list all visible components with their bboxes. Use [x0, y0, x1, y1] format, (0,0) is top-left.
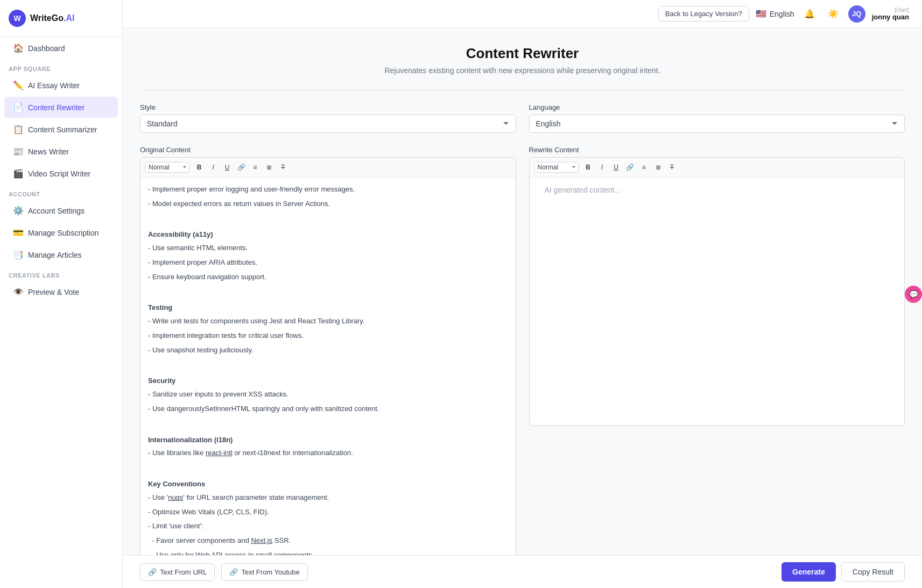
sidebar-item-preview-vote[interactable]: 👁️ Preview & Vote	[4, 281, 118, 302]
language-select[interactable]: English Spanish French German Chinese	[529, 115, 905, 133]
rewrite-icon: 📄	[13, 102, 23, 112]
bottom-right: Generate Copy Result	[782, 562, 905, 582]
account-settings-label: Account Settings	[28, 207, 85, 215]
rewrite-bold-button[interactable]: B	[582, 161, 595, 174]
sidebar-item-manage-subscription[interactable]: 💳 Manage Subscription	[4, 222, 118, 243]
news-writer-label: News Writer	[28, 147, 69, 156]
rewrite-strikethrough-button[interactable]: T	[666, 161, 679, 174]
sidebar-item-content-rewriter[interactable]: 📄 Content Rewriter	[4, 97, 118, 118]
ai-placeholder: AI generated content...	[537, 178, 629, 202]
form-row: Style Standard Academic Business Casual …	[140, 103, 905, 133]
language-group: Language English Spanish French German C…	[529, 103, 905, 133]
content-rewriter-label: Content Rewriter	[28, 103, 85, 112]
text-from-url-button[interactable]: 🔗 Text From URL	[140, 563, 215, 581]
logo: W WriteGo.AI	[0, 0, 122, 37]
text-from-youtube-label: Text From Youtube	[241, 568, 299, 576]
rewrite-unordered-list-button[interactable]: ≣	[652, 161, 665, 174]
main-area: Back to Legacy Version? 🇺🇸 English 🔔 ☀️ …	[123, 0, 922, 588]
language-label: Language	[529, 103, 905, 111]
manage-articles-label: Manage Articles	[28, 251, 82, 259]
account-section: ACCOUNT	[0, 185, 122, 200]
rewrite-ordered-list-button[interactable]: ≡	[638, 161, 651, 174]
text-from-youtube-button[interactable]: 🔗 Text From Youtube	[221, 563, 307, 581]
italic-button[interactable]: I	[207, 161, 220, 174]
summarizer-icon: 📋	[13, 124, 23, 134]
app-square-section: APP SQUARE	[0, 59, 122, 74]
sidebar-item-manage-articles[interactable]: 📑 Manage Articles	[4, 244, 118, 265]
youtube-icon: 🔗	[229, 568, 238, 576]
rewrite-toolbar: Normal Heading 1 Heading 2 Heading 3 B I…	[530, 158, 905, 178]
language-label: English	[770, 10, 794, 18]
style-group: Style Standard Academic Business Casual …	[140, 103, 516, 133]
manage-subscription-label: Manage Subscription	[28, 229, 99, 237]
original-content[interactable]: - Implement proper error logging and use…	[140, 178, 516, 588]
bottom-left: 🔗 Text From URL 🔗 Text From Youtube	[140, 563, 308, 581]
logo-icon: W	[9, 10, 26, 27]
rewrite-heading-select[interactable]: Normal Heading 1 Heading 2 Heading 3	[534, 162, 579, 173]
pen-icon: ✏️	[13, 80, 23, 90]
bold-button[interactable]: B	[193, 161, 206, 174]
divider	[140, 90, 905, 90]
topbar-icons: 🔔 ☀️ JQ [User] jonny quan	[801, 5, 909, 23]
rewrite-link-button[interactable]: 🔗	[624, 161, 637, 174]
editors-row: Original Content Normal Heading 1 Headin…	[140, 146, 905, 588]
generate-button[interactable]: Generate	[782, 562, 836, 582]
original-toolbar: Normal Heading 1 Heading 2 Heading 3 B I…	[140, 158, 516, 178]
notification-button[interactable]: 🔔	[801, 5, 818, 23]
gear-icon: ⚙️	[13, 206, 23, 216]
user-info: [User] jonny quan	[872, 7, 909, 21]
logo-text: WriteGo.AI	[30, 13, 74, 23]
sidebar-item-account-settings[interactable]: ⚙️ Account Settings	[4, 200, 118, 221]
heading-select[interactable]: Normal Heading 1 Heading 2 Heading 3	[145, 162, 189, 173]
original-editor-box: Normal Heading 1 Heading 2 Heading 3 B I…	[140, 157, 516, 588]
video-icon: 🎬	[13, 168, 23, 179]
dashboard-label: Dashboard	[28, 44, 65, 53]
ordered-list-button[interactable]: ≡	[249, 161, 262, 174]
sidebar-item-video-script[interactable]: 🎬 Video Script Writer	[4, 163, 118, 184]
copy-result-button[interactable]: Copy Result	[841, 562, 905, 582]
preview-icon: 👁️	[13, 287, 23, 297]
settings-icon-button[interactable]: ☀️	[825, 5, 842, 23]
text-from-url-label: Text From URL	[160, 568, 207, 576]
creative-labs-section: CREATIVE LABS	[0, 266, 122, 281]
sidebar-item-content-summarizer[interactable]: 📋 Content Summarizer	[4, 119, 118, 140]
style-label: Style	[140, 103, 516, 111]
avatar[interactable]: JQ	[848, 5, 865, 23]
unordered-list-button[interactable]: ≣	[263, 161, 276, 174]
rewrite-content: AI generated content...	[530, 178, 905, 426]
link-button[interactable]: 🔗	[235, 161, 248, 174]
home-icon: 🏠	[13, 43, 23, 53]
ai-essay-label: AI Essay Writer	[28, 81, 80, 90]
sidebar-item-dashboard[interactable]: 🏠 Dashboard	[4, 38, 118, 59]
subscription-icon: 💳	[13, 228, 23, 238]
page-subtitle: Rejuvenates existing content with new ex…	[140, 66, 905, 75]
strikethrough-button[interactable]: T	[277, 161, 290, 174]
legacy-version-button[interactable]: Back to Legacy Version?	[658, 6, 749, 22]
original-editor-label: Original Content	[140, 146, 516, 154]
rewrite-editor-section: Rewrite Content Normal Heading 1 Heading…	[529, 146, 905, 588]
sidebar-item-ai-essay[interactable]: ✏️ AI Essay Writer	[4, 75, 118, 96]
rewrite-editor-label: Rewrite Content	[529, 146, 905, 154]
user-tag: [User]	[872, 7, 909, 13]
rewrite-italic-button[interactable]: I	[596, 161, 609, 174]
rewrite-editor-box: Normal Heading 1 Heading 2 Heading 3 B I…	[529, 157, 905, 426]
preview-vote-label: Preview & Vote	[28, 288, 79, 296]
flag-icon: 🇺🇸	[756, 9, 766, 19]
sidebar: W WriteGo.AI 🏠 Dashboard APP SQUARE ✏️ A…	[0, 0, 123, 588]
sidebar-item-news-writer[interactable]: 📰 News Writer	[4, 141, 118, 162]
bottom-bar: 🔗 Text From URL 🔗 Text From Youtube Gene…	[123, 555, 922, 588]
original-editor-section: Original Content Normal Heading 1 Headin…	[140, 146, 516, 588]
content-area: Content Rewriter Rejuvenates existing co…	[123, 28, 922, 588]
style-select[interactable]: Standard Academic Business Casual Creati…	[140, 115, 516, 133]
user-name: jonny quan	[872, 13, 909, 21]
rewrite-heading-select-wrap: Normal Heading 1 Heading 2 Heading 3	[534, 162, 579, 173]
link-icon: 🔗	[148, 568, 157, 576]
video-script-label: Video Script Writer	[28, 169, 90, 178]
floating-action-button[interactable]: 💬	[905, 286, 922, 303]
language-selector[interactable]: 🇺🇸 English	[756, 9, 794, 19]
topbar: Back to Legacy Version? 🇺🇸 English 🔔 ☀️ …	[123, 0, 922, 28]
underline-button[interactable]: U	[221, 161, 234, 174]
content-summarizer-label: Content Summarizer	[28, 125, 97, 134]
news-icon: 📰	[13, 146, 23, 157]
rewrite-underline-button[interactable]: U	[610, 161, 623, 174]
